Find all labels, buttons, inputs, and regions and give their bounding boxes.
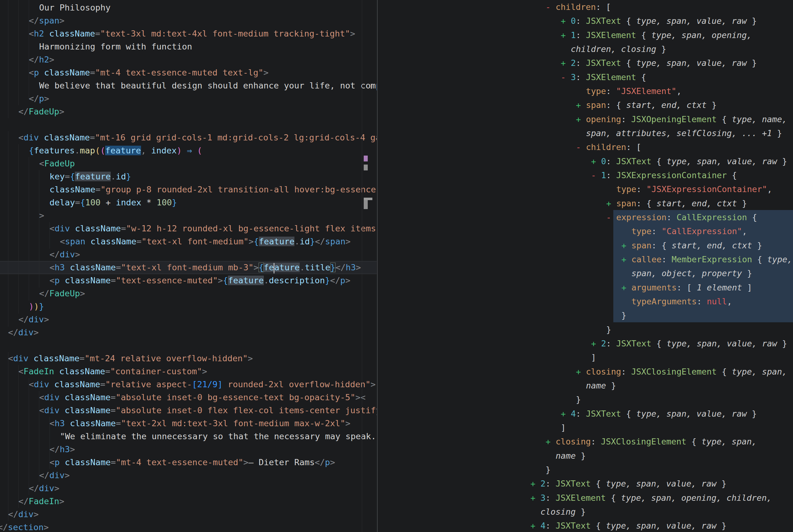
collapse-icon[interactable]: - (561, 72, 571, 82)
code-line[interactable]: <p className="text-essence-muted">{featu… (50, 274, 350, 287)
ast-row[interactable]: + closing: JSXClosingElement { type, spa… (576, 365, 787, 379)
code-line[interactable]: ))} (29, 300, 44, 313)
code-line[interactable]: key={feature.id} (50, 170, 131, 183)
code-line[interactable]: Harmonizing form with function (39, 40, 192, 53)
expand-icon[interactable]: + (530, 479, 541, 488)
code-line[interactable]: <FadeUp (39, 157, 75, 170)
code-line[interactable]: <FadeIn className="container-custom"> (19, 365, 207, 378)
code-line[interactable]: delay={100 + index * 100} (50, 196, 177, 209)
ast-row[interactable]: + 0: JSXText { type, span, value, raw } (561, 14, 757, 28)
ast-row[interactable]: + span: { start, end, ctxt } (576, 98, 717, 112)
expand-icon[interactable]: + (621, 241, 632, 250)
code-line[interactable]: </div> (39, 469, 70, 482)
expand-icon[interactable]: + (561, 30, 571, 40)
code-line[interactable]: </section> (0, 521, 49, 532)
ast-row[interactable]: type: "CallExpression", (621, 224, 747, 238)
code-line[interactable]: </div> (29, 482, 59, 495)
expand-icon[interactable]: + (576, 100, 586, 110)
code-line[interactable]: <h3 className="text-xl font-medium mb-3"… (50, 261, 361, 274)
expand-icon[interactable]: + (621, 283, 632, 292)
code-line[interactable]: <p className="mt-4 text-essence-muted">—… (50, 456, 335, 469)
ast-row[interactable]: + 0: JSXText { type, span, value, raw } (591, 154, 787, 168)
expand-icon[interactable]: + (530, 521, 541, 530)
ast-row[interactable]: - 1: JSXExpressionContainer { (591, 168, 737, 182)
code-line[interactable]: </div> (50, 248, 80, 261)
expand-icon[interactable]: + (621, 254, 632, 264)
ast-row[interactable]: name } (546, 449, 586, 463)
code-line[interactable]: </h2> (29, 53, 54, 66)
expand-icon[interactable]: + (561, 58, 571, 68)
code-line[interactable]: <h3 className="text-2xl md:text-3xl font… (50, 417, 350, 430)
code-line[interactable]: </p> (29, 92, 49, 105)
code-line[interactable]: </FadeUp> (39, 287, 85, 300)
expand-icon[interactable]: + (576, 114, 586, 124)
code-line[interactable]: <div className="absolute inset-0 flex fl… (39, 404, 377, 417)
ast-row[interactable]: + 3: JSXElement { type, span, opening, c… (530, 491, 772, 505)
expand-icon[interactable]: + (576, 367, 586, 376)
code-line[interactable]: </span> (29, 14, 64, 27)
ast-row[interactable]: - children: [ (546, 0, 611, 14)
code-line[interactable]: </div> (19, 313, 49, 326)
code-line[interactable]: <div className="absolute inset-0 bg-esse… (39, 391, 366, 404)
ast-row[interactable]: } (606, 323, 611, 337)
ast-row[interactable]: + 2: JSXText { type, span, value, raw } (591, 337, 787, 350)
ast-row[interactable]: + closing: JSXClosingElement { type, spa… (546, 435, 757, 449)
ast-row[interactable]: span, object, property } (621, 266, 752, 280)
code-line[interactable]: <p className="mt-4 text-essence-muted te… (29, 66, 268, 79)
ast-row[interactable]: children, closing } (561, 42, 666, 56)
ast-row[interactable]: name } (576, 379, 616, 393)
ast-row[interactable]: + span: { start, end, ctxt } (621, 239, 762, 252)
code-line[interactable]: "We eliminate the unnecessary so that th… (60, 430, 377, 443)
ast-row[interactable]: ] (591, 350, 596, 364)
collapse-icon[interactable]: - (606, 212, 616, 222)
ast-row[interactable]: + callee: MemberExpression { type, (621, 252, 792, 266)
expand-icon[interactable]: + (606, 198, 616, 208)
code-line[interactable]: className="group p-8 rounded-2xl transit… (50, 183, 377, 196)
code-line[interactable]: <div className="mt-16 grid grid-cols-1 m… (19, 131, 377, 144)
code-line[interactable]: {features.map((feature, index) ⇒ ( (29, 144, 202, 157)
pane-divider[interactable] (377, 0, 378, 532)
expand-icon[interactable]: + (591, 156, 601, 166)
expand-icon[interactable]: + (591, 339, 601, 348)
code-line[interactable]: </div> (8, 508, 39, 521)
code-line[interactable]: </FadeUp> (19, 105, 64, 118)
expand-icon[interactable]: + (530, 493, 541, 502)
code-line[interactable]: </div> (8, 326, 39, 339)
code-line[interactable]: > (39, 209, 44, 222)
ast-row[interactable]: - expression: CallExpression { (606, 210, 757, 224)
ast-row[interactable]: span, attributes, selfClosing, ... +1 } (576, 126, 782, 140)
code-line[interactable]: </h3> (50, 443, 75, 456)
ast-row[interactable]: ] (561, 421, 566, 435)
ast-row[interactable]: + 2: JSXText { type, span, value, raw } (530, 477, 727, 491)
ast-row[interactable]: + opening: JSXOpeningElement { type, nam… (576, 112, 787, 126)
code-line[interactable]: <div className="relative aspect-[21/9] r… (29, 378, 375, 391)
ast-row[interactable]: + 4: JSXText { type, span, value, raw } (561, 407, 757, 421)
ast-row[interactable]: } (576, 393, 581, 406)
ast-row[interactable]: - 3: JSXElement { (561, 70, 646, 84)
ast-tree-pane[interactable]: - children: [+ 0: JSXText { type, span, … (378, 0, 793, 532)
ast-row[interactable]: + arguments: [ 1 element ] (621, 281, 752, 294)
code-line[interactable]: We believe that beautiful design should … (39, 79, 377, 92)
ast-row[interactable]: } (621, 308, 626, 322)
code-editor-pane[interactable]: Our Philosophy</span><h2 className="text… (0, 0, 377, 532)
expand-icon[interactable]: + (546, 437, 556, 446)
ast-row[interactable]: - children: [ (576, 140, 641, 154)
collapse-icon[interactable]: - (576, 142, 586, 152)
code-line[interactable]: <div className="mt-24 relative overflow-… (8, 352, 253, 365)
collapse-icon[interactable]: - (591, 170, 601, 180)
ast-row[interactable]: type: "JSXExpressionContainer", (606, 182, 772, 196)
expand-icon[interactable]: + (561, 16, 571, 26)
ast-row[interactable]: typeArguments: null, (621, 294, 732, 308)
collapse-icon[interactable]: - (546, 2, 556, 12)
ast-row[interactable]: } (546, 463, 550, 477)
code-line[interactable]: <span className="text-xl font-medium">{f… (60, 235, 351, 248)
expand-icon[interactable]: + (561, 409, 571, 418)
ast-row[interactable]: closing } (530, 505, 586, 519)
ast-row[interactable]: + span: { start, end, ctxt } (606, 196, 747, 210)
ast-row[interactable]: + 4: JSXText { type, span, value, raw } (530, 519, 727, 532)
code-line[interactable]: Our Philosophy (39, 1, 111, 14)
ast-row[interactable]: type: "JSXElement", (576, 84, 681, 98)
code-line[interactable]: <h2 className="text-3xl md:text-4xl font… (29, 27, 355, 40)
code-line[interactable]: </FadeIn> (19, 495, 64, 508)
ast-row[interactable]: + 1: JSXElement { type, span, opening, (561, 28, 752, 42)
